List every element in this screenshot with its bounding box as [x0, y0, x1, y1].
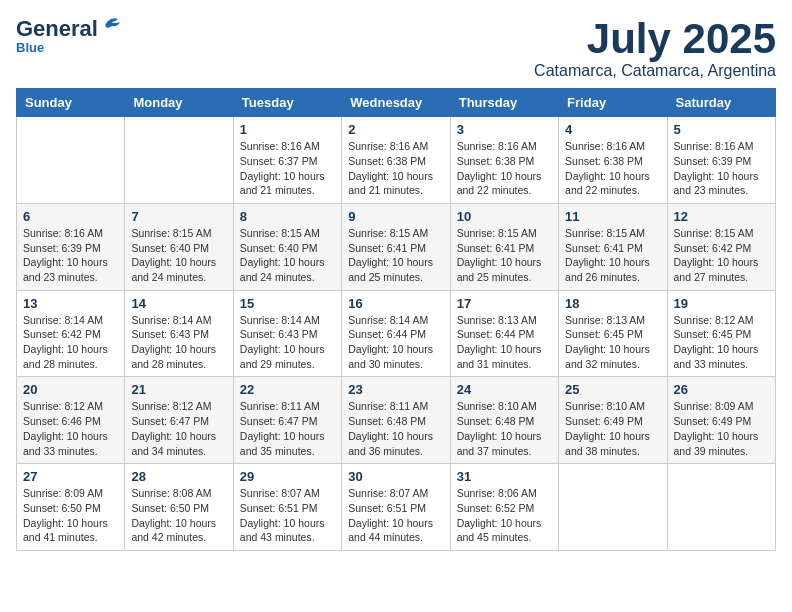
day-number: 29 — [240, 469, 335, 484]
day-info: Sunrise: 8:13 AMSunset: 6:44 PMDaylight:… — [457, 313, 552, 372]
day-number: 25 — [565, 382, 660, 397]
day-number: 11 — [565, 209, 660, 224]
table-row: 12 Sunrise: 8:15 AMSunset: 6:42 PMDaylig… — [667, 203, 775, 290]
header-friday: Friday — [559, 89, 667, 117]
table-row: 5 Sunrise: 8:16 AMSunset: 6:39 PMDayligh… — [667, 117, 775, 204]
day-info: Sunrise: 8:16 AMSunset: 6:39 PMDaylight:… — [674, 139, 769, 198]
day-number: 12 — [674, 209, 769, 224]
table-row: 20 Sunrise: 8:12 AMSunset: 6:46 PMDaylig… — [17, 377, 125, 464]
day-number: 16 — [348, 296, 443, 311]
table-row: 4 Sunrise: 8:16 AMSunset: 6:38 PMDayligh… — [559, 117, 667, 204]
day-number: 22 — [240, 382, 335, 397]
day-info: Sunrise: 8:10 AMSunset: 6:48 PMDaylight:… — [457, 399, 552, 458]
day-info: Sunrise: 8:12 AMSunset: 6:45 PMDaylight:… — [674, 313, 769, 372]
table-row: 15 Sunrise: 8:14 AMSunset: 6:43 PMDaylig… — [233, 290, 341, 377]
title-month-year: July 2025 — [534, 16, 776, 62]
day-number: 26 — [674, 382, 769, 397]
calendar-week-row: 27 Sunrise: 8:09 AMSunset: 6:50 PMDaylig… — [17, 464, 776, 551]
table-row: 11 Sunrise: 8:15 AMSunset: 6:41 PMDaylig… — [559, 203, 667, 290]
table-row: 8 Sunrise: 8:15 AMSunset: 6:40 PMDayligh… — [233, 203, 341, 290]
day-info: Sunrise: 8:12 AMSunset: 6:46 PMDaylight:… — [23, 399, 118, 458]
day-info: Sunrise: 8:16 AMSunset: 6:38 PMDaylight:… — [457, 139, 552, 198]
header-wednesday: Wednesday — [342, 89, 450, 117]
day-number: 23 — [348, 382, 443, 397]
table-row: 17 Sunrise: 8:13 AMSunset: 6:44 PMDaylig… — [450, 290, 558, 377]
day-info: Sunrise: 8:06 AMSunset: 6:52 PMDaylight:… — [457, 486, 552, 545]
header-monday: Monday — [125, 89, 233, 117]
table-row: 19 Sunrise: 8:12 AMSunset: 6:45 PMDaylig… — [667, 290, 775, 377]
table-row — [125, 117, 233, 204]
table-row: 3 Sunrise: 8:16 AMSunset: 6:38 PMDayligh… — [450, 117, 558, 204]
day-number: 9 — [348, 209, 443, 224]
day-number: 2 — [348, 122, 443, 137]
day-info: Sunrise: 8:07 AMSunset: 6:51 PMDaylight:… — [348, 486, 443, 545]
logo-general-text: General — [16, 16, 98, 42]
day-info: Sunrise: 8:15 AMSunset: 6:42 PMDaylight:… — [674, 226, 769, 285]
day-number: 14 — [131, 296, 226, 311]
day-info: Sunrise: 8:09 AMSunset: 6:50 PMDaylight:… — [23, 486, 118, 545]
day-number: 5 — [674, 122, 769, 137]
table-row: 7 Sunrise: 8:15 AMSunset: 6:40 PMDayligh… — [125, 203, 233, 290]
day-number: 18 — [565, 296, 660, 311]
table-row: 22 Sunrise: 8:11 AMSunset: 6:47 PMDaylig… — [233, 377, 341, 464]
table-row: 30 Sunrise: 8:07 AMSunset: 6:51 PMDaylig… — [342, 464, 450, 551]
table-row: 14 Sunrise: 8:14 AMSunset: 6:43 PMDaylig… — [125, 290, 233, 377]
day-info: Sunrise: 8:16 AMSunset: 6:37 PMDaylight:… — [240, 139, 335, 198]
day-number: 21 — [131, 382, 226, 397]
calendar-week-row: 1 Sunrise: 8:16 AMSunset: 6:37 PMDayligh… — [17, 117, 776, 204]
table-row: 24 Sunrise: 8:10 AMSunset: 6:48 PMDaylig… — [450, 377, 558, 464]
day-info: Sunrise: 8:12 AMSunset: 6:47 PMDaylight:… — [131, 399, 226, 458]
logo-bird-icon — [100, 17, 122, 35]
day-number: 4 — [565, 122, 660, 137]
logo-name: General — [16, 16, 122, 42]
day-info: Sunrise: 8:11 AMSunset: 6:48 PMDaylight:… — [348, 399, 443, 458]
page-header: General Blue July 2025 Catamarca, Catama… — [16, 16, 776, 80]
table-row — [667, 464, 775, 551]
day-number: 17 — [457, 296, 552, 311]
calendar-week-row: 20 Sunrise: 8:12 AMSunset: 6:46 PMDaylig… — [17, 377, 776, 464]
title-block: July 2025 Catamarca, Catamarca, Argentin… — [534, 16, 776, 80]
day-info: Sunrise: 8:10 AMSunset: 6:49 PMDaylight:… — [565, 399, 660, 458]
day-info: Sunrise: 8:15 AMSunset: 6:41 PMDaylight:… — [457, 226, 552, 285]
day-number: 24 — [457, 382, 552, 397]
table-row: 1 Sunrise: 8:16 AMSunset: 6:37 PMDayligh… — [233, 117, 341, 204]
table-row: 26 Sunrise: 8:09 AMSunset: 6:49 PMDaylig… — [667, 377, 775, 464]
table-row: 29 Sunrise: 8:07 AMSunset: 6:51 PMDaylig… — [233, 464, 341, 551]
day-info: Sunrise: 8:14 AMSunset: 6:42 PMDaylight:… — [23, 313, 118, 372]
table-row — [559, 464, 667, 551]
day-number: 3 — [457, 122, 552, 137]
day-number: 20 — [23, 382, 118, 397]
day-info: Sunrise: 8:15 AMSunset: 6:40 PMDaylight:… — [131, 226, 226, 285]
table-row: 18 Sunrise: 8:13 AMSunset: 6:45 PMDaylig… — [559, 290, 667, 377]
table-row: 28 Sunrise: 8:08 AMSunset: 6:50 PMDaylig… — [125, 464, 233, 551]
day-number: 10 — [457, 209, 552, 224]
day-number: 31 — [457, 469, 552, 484]
logo-subtitle: Blue — [16, 40, 44, 55]
table-row: 25 Sunrise: 8:10 AMSunset: 6:49 PMDaylig… — [559, 377, 667, 464]
day-info: Sunrise: 8:08 AMSunset: 6:50 PMDaylight:… — [131, 486, 226, 545]
day-info: Sunrise: 8:15 AMSunset: 6:40 PMDaylight:… — [240, 226, 335, 285]
day-info: Sunrise: 8:14 AMSunset: 6:43 PMDaylight:… — [240, 313, 335, 372]
calendar-week-row: 6 Sunrise: 8:16 AMSunset: 6:39 PMDayligh… — [17, 203, 776, 290]
day-info: Sunrise: 8:16 AMSunset: 6:38 PMDaylight:… — [565, 139, 660, 198]
day-info: Sunrise: 8:16 AMSunset: 6:39 PMDaylight:… — [23, 226, 118, 285]
day-info: Sunrise: 8:14 AMSunset: 6:44 PMDaylight:… — [348, 313, 443, 372]
table-row: 21 Sunrise: 8:12 AMSunset: 6:47 PMDaylig… — [125, 377, 233, 464]
table-row — [17, 117, 125, 204]
table-row: 31 Sunrise: 8:06 AMSunset: 6:52 PMDaylig… — [450, 464, 558, 551]
day-number: 1 — [240, 122, 335, 137]
day-info: Sunrise: 8:13 AMSunset: 6:45 PMDaylight:… — [565, 313, 660, 372]
header-saturday: Saturday — [667, 89, 775, 117]
day-number: 27 — [23, 469, 118, 484]
calendar-table: Sunday Monday Tuesday Wednesday Thursday… — [16, 88, 776, 551]
header-sunday: Sunday — [17, 89, 125, 117]
day-number: 7 — [131, 209, 226, 224]
day-number: 28 — [131, 469, 226, 484]
table-row: 27 Sunrise: 8:09 AMSunset: 6:50 PMDaylig… — [17, 464, 125, 551]
table-row: 6 Sunrise: 8:16 AMSunset: 6:39 PMDayligh… — [17, 203, 125, 290]
calendar-week-row: 13 Sunrise: 8:14 AMSunset: 6:42 PMDaylig… — [17, 290, 776, 377]
header-tuesday: Tuesday — [233, 89, 341, 117]
table-row: 13 Sunrise: 8:14 AMSunset: 6:42 PMDaylig… — [17, 290, 125, 377]
table-row: 23 Sunrise: 8:11 AMSunset: 6:48 PMDaylig… — [342, 377, 450, 464]
day-info: Sunrise: 8:15 AMSunset: 6:41 PMDaylight:… — [348, 226, 443, 285]
